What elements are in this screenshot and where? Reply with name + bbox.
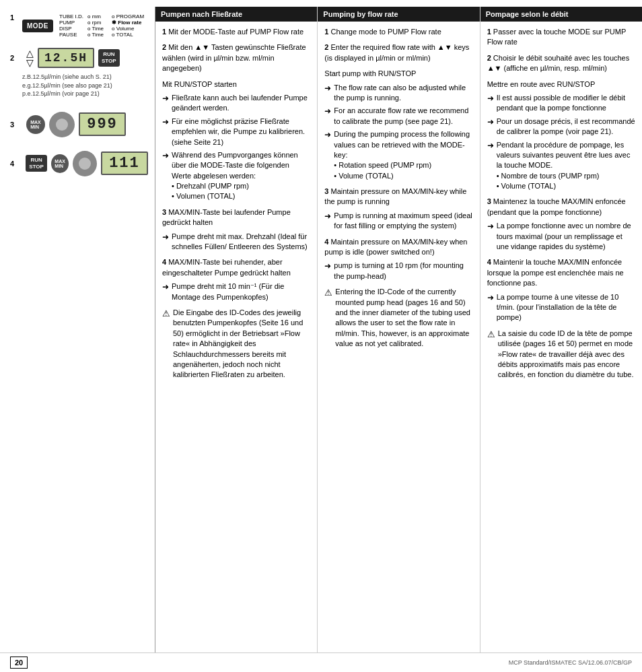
page: 1 MODE TUBE I.D. o mm o PROGRAM xyxy=(0,0,642,672)
arrow-icon: ➜ xyxy=(324,106,331,117)
english-bullet-3-1-text: Pump is running at maximum speed (ideal … xyxy=(334,211,472,232)
pump-inner xyxy=(56,119,68,131)
french-bullets-3: ➜ La pompe fonctionne avec un nombre de … xyxy=(487,221,635,252)
english-warning: ⚠ Entering the ID-Code of the currently … xyxy=(324,287,472,349)
max-min-button-3[interactable]: MAXMIN xyxy=(26,115,45,134)
english-run-stop-intro: Start pump with RUN/STOP xyxy=(324,69,472,79)
step-num-4f: 4 xyxy=(487,258,493,266)
diagram-row-2: 2 △ ▽ 12.5H RUNSTOP z.B.12.5µl/min (sieh… xyxy=(10,48,148,98)
french-column: Pompage selon le débit 1 Passer avec la … xyxy=(480,7,642,652)
pump-label: PUMP xyxy=(57,20,85,26)
english-bullets-3: ➜ Pump is running at maximum speed (idea… xyxy=(324,211,472,232)
english-bullet-2-2-text: For an accurate flow rate we recommend t… xyxy=(334,106,472,127)
german-bullets-3: ➜ Pumpe dreht mit max. Drehzahl (Ideal f… xyxy=(162,232,310,253)
french-bullet-2-1: ➜ Il est aussi possible de modifier le d… xyxy=(487,93,635,114)
french-run-stop-section: Mettre en route avec RUN/STOP ➜ Il est a… xyxy=(487,79,635,192)
english-bullet-3-1: ➜ Pump is running at maximum speed (idea… xyxy=(324,211,472,232)
french-step-4: 4 Maintenir la touche MAX/MIN enfoncée l… xyxy=(487,257,635,323)
arrow-icon: ➜ xyxy=(162,232,169,243)
diagram-row-4: 4 RUNSTOP MAXMIN 111 xyxy=(10,151,148,176)
german-warning-text: Die Eingabe des ID-Codes des jeweilig be… xyxy=(173,308,310,380)
german-bullet-2-3: ➜ Während des Pumpvorganges können über … xyxy=(162,150,310,202)
lcd-display-3: 999 xyxy=(79,112,126,136)
german-step-3: 3 MAX/MIN-Taste bei laufender Pumpe gedr… xyxy=(162,207,310,253)
warning-icon: ⚠ xyxy=(162,308,170,320)
english-step-2-text: 2 Enter the required flow rate with ▲▼ k… xyxy=(324,42,472,63)
warning-icon: ⚠ xyxy=(324,287,332,299)
french-col-header: Pompage selon le débit xyxy=(480,7,642,22)
step-num-2: 2 xyxy=(162,43,168,51)
step-num-3f: 3 xyxy=(487,197,493,205)
warning-icon: ⚠ xyxy=(487,329,495,341)
french-step-1-text: 1 Passer avec la touche MODE sur PUMP Fl… xyxy=(487,27,635,48)
french-bullet-2-2-text: Pour un dosage précis, il est recommandé… xyxy=(497,116,635,137)
english-bullet-2-3-text: During the pumping process the following… xyxy=(334,129,472,181)
step-3-label: 3 xyxy=(10,121,18,129)
arrow-icon: ➜ xyxy=(324,129,331,141)
german-col-header: Pumpen nach Fließrate xyxy=(155,7,317,22)
english-step-2: 2 Enter the required flow rate with ▲▼ k… xyxy=(324,42,472,63)
german-column: Pumpen nach Fließrate 1 Mit der MODE-Tas… xyxy=(155,7,318,652)
pause-time: o Time xyxy=(85,32,106,38)
french-bullet-2-1-text: Il est aussi possible de modifier le déb… xyxy=(497,93,635,114)
arrow-icon: ➜ xyxy=(487,140,494,152)
german-step-4: 4 MAX/MIN-Taste bei ruhender, aber einge… xyxy=(162,257,310,302)
pause-label: PAUSE xyxy=(57,32,85,38)
french-step-2-text: 2 Choisir le débit souhaité avec les tou… xyxy=(487,53,635,74)
english-step-1-text: 1 Change mode to PUMP Flow rate xyxy=(324,27,472,37)
step-num-1f: 1 xyxy=(487,28,493,36)
disp-time: o Time xyxy=(85,26,106,32)
step-num-1: 1 xyxy=(162,28,168,36)
french-step-2: 2 Choisir le débit souhaité avec les tou… xyxy=(487,53,635,74)
german-bullet-4-1-text: Pumpe dreht mit 10 min⁻¹ (Für die Montag… xyxy=(172,281,310,302)
german-step-1-text: 1 Mit der MODE-Taste auf PUMP Flow rate xyxy=(162,27,310,37)
page-number: 20 xyxy=(10,657,28,669)
english-step-3-text: 3 Maintain pressure on MAX/MIN-key while… xyxy=(324,187,472,207)
french-step-3-text: 3 Maintenez la touche MAX/MIN enfoncée (… xyxy=(487,197,635,217)
content-area: 1 MODE TUBE I.D. o mm o PROGRAM xyxy=(0,0,642,652)
german-run-stop-intro: Mit RUN/STOP starten xyxy=(162,79,310,90)
english-step-4: 4 Maintain pressure on MAX/MIN-key when … xyxy=(324,237,472,282)
diagram-2-notes: z.B.12.5µl/min (siehe auch S. 21) e.g.12… xyxy=(22,73,112,98)
run-stop-button-4[interactable]: RUNSTOP xyxy=(26,155,47,172)
german-bullets-2: ➜ Fließrate kann auch bei laufender Pump… xyxy=(162,93,310,202)
german-step-4-text: 4 MAX/MIN-Taste bei ruhender, aber einge… xyxy=(162,257,310,278)
tube-id-table: TUBE I.D. o mm o PROGRAM PUMP o rpm ✱ Fl… xyxy=(57,13,146,38)
run-stop-button[interactable]: RUNSTOP xyxy=(98,49,120,66)
up-down-arrows[interactable]: △ ▽ xyxy=(26,48,34,67)
step-num-2e: 2 xyxy=(324,43,330,51)
flow-rate-label: ✱ Flow rate xyxy=(110,20,146,26)
german-bullet-2-1: ➜ Fließrate kann auch bei laufender Pump… xyxy=(162,93,310,114)
french-bullet-4-1-text: La pompe tourne à une vitesse de 10 t/mi… xyxy=(497,292,635,323)
arrow-icon: ➜ xyxy=(487,116,494,128)
mode-button[interactable]: MODE xyxy=(22,20,53,32)
german-bullet-2-3-text: Während des Pumpvorganges können über di… xyxy=(172,150,310,202)
french-step-3: 3 Maintenez la touche MAX/MIN enfoncée (… xyxy=(487,197,635,252)
german-bullet-3-1: ➜ Pumpe dreht mit max. Drehzahl (Ideal f… xyxy=(162,232,310,253)
french-step-1: 1 Passer avec la touche MODE sur PUMP Fl… xyxy=(487,27,635,48)
pump-diagram-4 xyxy=(73,151,97,176)
pump-rpm: o rpm xyxy=(85,20,106,26)
english-warning-text: Entering the ID-Code of the currently mo… xyxy=(335,287,472,349)
english-step-4-text: 4 Maintain pressure on MAX/MIN-key when … xyxy=(324,237,472,258)
french-bullets-2: ➜ Il est aussi possible de modifier le d… xyxy=(487,93,635,192)
step-num-4e: 4 xyxy=(324,238,330,246)
step-num-2f: 2 xyxy=(487,54,493,62)
english-column: Pumping by flow rate 1 Change mode to PU… xyxy=(318,7,480,652)
french-bullet-3-1: ➜ La pompe fonctionne avec un nombre de … xyxy=(487,221,635,252)
tube-id-label: TUBE I.D. xyxy=(57,13,85,20)
tube-id-mm: o mm xyxy=(85,13,106,20)
arrow-icon: ➜ xyxy=(324,261,331,272)
german-bullet-3-1-text: Pumpe dreht mit max. Drehzahl (Ideal für… xyxy=(172,232,310,253)
english-bullet-2-2: ➜ For an accurate flow rate we recommend… xyxy=(324,106,472,127)
max-min-button-4[interactable]: MAXMIN xyxy=(51,154,69,173)
left-diagrams-column: 1 MODE TUBE I.D. o mm o PROGRAM xyxy=(0,7,155,652)
step-num-3: 3 xyxy=(162,208,168,216)
french-bullet-3-1-text: La pompe fonctionne avec un nombre de to… xyxy=(497,221,635,252)
french-bullet-2-3-text: Pendant la procédure de pompage, les val… xyxy=(497,140,635,192)
step-1-label: 1 xyxy=(10,13,18,22)
german-run-stop-section: Mit RUN/STOP starten ➜ Fließrate kann au… xyxy=(162,79,310,202)
lcd-display-4: 111 xyxy=(101,152,148,175)
german-bullet-4-1: ➜ Pumpe dreht mit 10 min⁻¹ (Für die Mont… xyxy=(162,281,310,302)
english-bullet-4-1: ➜ pump is turning at 10 rpm (for mountin… xyxy=(324,261,472,281)
